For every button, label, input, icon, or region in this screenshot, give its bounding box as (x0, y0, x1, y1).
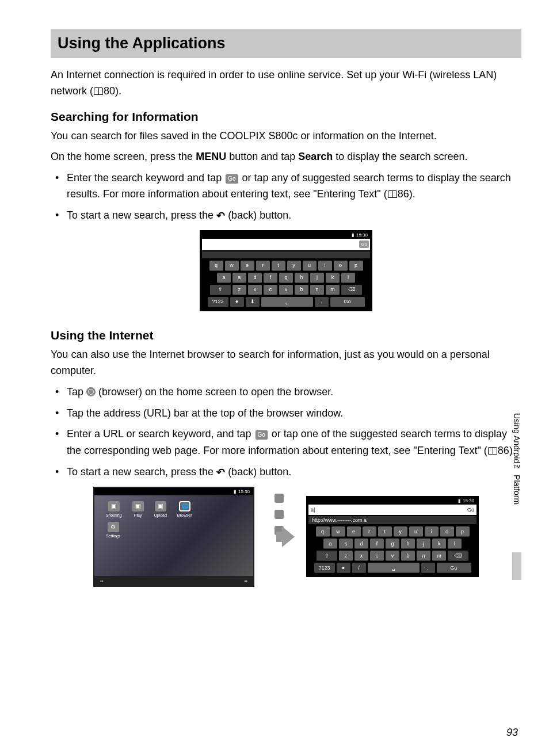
keyboard-key: p (349, 261, 363, 271)
side-tab-marker (512, 552, 521, 580)
keyboard-key: j (417, 539, 430, 549)
bullet-item: Tap (browser) on the home screen to open… (62, 384, 521, 400)
menu-label: MENU (196, 151, 226, 162)
keyboard-key: k (326, 273, 340, 283)
book-icon (488, 447, 497, 455)
battery-icon: ▮ (458, 498, 460, 503)
keyboard-key: k (432, 539, 446, 549)
keyboard-key: n (417, 551, 430, 561)
side-tab-label: Using Android™ Platform (512, 413, 521, 574)
keyboard-key: f (370, 539, 384, 549)
home-icon-upload: ▣Upload (154, 501, 167, 517)
keyboard-key: y (394, 526, 407, 537)
keyboard-key: e (347, 526, 361, 537)
battery-icon: ▮ (234, 489, 236, 494)
section1-p1: You can search for files saved in the CO… (51, 128, 521, 144)
book-icon (94, 87, 103, 95)
section2-p1: You can also use the Internet browser to… (51, 347, 521, 379)
bullet-item: Tap the address (URL) bar at the top of … (62, 405, 521, 422)
go-icon: Go (256, 430, 268, 440)
keyboard-key: ?123 (314, 563, 335, 573)
keyboard-key: Go (437, 563, 471, 573)
bullet-item: To start a new search, press the ↶ (back… (62, 464, 521, 481)
suggestion-strip (202, 251, 370, 258)
home-icon-play: ▣Play (132, 501, 144, 517)
keyboard: qwertyuiop asdfghjkl ⇧zxcvbnm⌫ ?123●/␣.G… (307, 525, 478, 576)
browser-icon: 🌐 (179, 501, 190, 511)
keyboard-key: ⬇ (246, 297, 260, 307)
page-number: 93 (506, 727, 518, 739)
keyboard-key: f (264, 273, 277, 283)
keyboard-key: j (310, 273, 324, 283)
play-icon: ▣ (132, 501, 144, 511)
home-icon-shooting: ▣Shooting (106, 501, 122, 517)
keyboard-key: w (331, 526, 345, 537)
keyboard-key: a (323, 539, 337, 549)
upload-icon: ▣ (155, 501, 166, 511)
keyboard-key: b (295, 285, 308, 295)
keyboard-key: t (272, 261, 285, 271)
figure-browser-flow: ▮15:30 ▣Shooting▣Play▣Upload🌐Browser ⚙Se… (51, 487, 521, 587)
keyboard-key: v (279, 285, 293, 295)
keyboard-key: . (421, 563, 435, 573)
go-button-mini: Go (467, 507, 474, 513)
keyboard-key: e (241, 261, 254, 271)
keyboard-key: i (318, 261, 332, 271)
back-icon: ↶ (216, 464, 225, 481)
page-title-bar: Using the Applications (51, 29, 521, 58)
keyboard-key: o (440, 526, 454, 537)
book-icon (388, 190, 397, 198)
keyboard-key: p (456, 526, 470, 537)
keyboard-key: z (232, 285, 246, 295)
keyboard-key: l (341, 273, 355, 283)
side-grid-icon (274, 510, 284, 519)
battery-icon: ▮ (352, 232, 354, 238)
keyboard-key: m (326, 285, 340, 295)
keyboard-key: q (209, 261, 223, 271)
keyboard-key: v (386, 551, 399, 561)
home-icon-browser: 🌐Browser (177, 501, 192, 517)
address-suggestion: http://www.--------.com a (308, 516, 476, 524)
keyboard-key: h (401, 539, 415, 549)
back-icon: ↶ (216, 208, 225, 224)
keyboard-key: / (352, 563, 366, 573)
status-time: 15:30 (238, 489, 250, 494)
keyboard-key: c (264, 285, 277, 295)
keyboard: qwertyuiop asdfghjkl ⇧zxcvbnm⌫ ?123●⬇␣.G… (201, 259, 371, 310)
keyboard-key: t (378, 526, 392, 537)
keyboard-key: s (232, 273, 246, 283)
go-icon: Go (226, 174, 238, 184)
keyboard-key: h (295, 273, 308, 283)
keyboard-key: ⇧ (210, 285, 231, 295)
side-camera-icon (274, 494, 284, 503)
keyboard-key: ● (337, 563, 350, 573)
keyboard-key: u (303, 261, 317, 271)
keyboard-key: g (279, 273, 293, 283)
keyboard-key: ⌫ (448, 551, 468, 561)
keyboard-key: l (448, 539, 462, 549)
keyboard-key: g (386, 539, 399, 549)
keyboard-key: u (409, 526, 423, 537)
keyboard-key: ␣ (261, 297, 313, 307)
dots-right: •• (244, 578, 247, 583)
keyboard-key: Go (330, 297, 365, 307)
section1-p2: On the home screen, press the MENU butto… (51, 149, 521, 165)
keyboard-key: q (316, 526, 330, 537)
keyboard-key: s (339, 539, 353, 549)
section2-bullets: Tap (browser) on the home screen to open… (51, 384, 521, 481)
section1-heading: Searching for Information (51, 110, 521, 124)
browser-icon (86, 387, 96, 396)
figure-home-screen: ▮15:30 ▣Shooting▣Play▣Upload🌐Browser ⚙Se… (93, 487, 254, 587)
shooting-icon: ▣ (108, 501, 120, 511)
figure-browser-keyboard: ▮15:30 a| Go http://www.--------.com a q… (306, 496, 479, 577)
page-title: Using the Applications (58, 35, 514, 52)
keyboard-key: ⇧ (317, 551, 337, 561)
bullet-item: To start a new search, press the ↶ (back… (62, 207, 521, 224)
bullet-item: Enter a URL or search keyword, and tap G… (62, 426, 521, 459)
keyboard-key: w (225, 261, 239, 271)
keyboard-key: c (370, 551, 384, 561)
section1-bullets: Enter the search keyword and tap Go or t… (51, 170, 521, 224)
keyboard-key: d (248, 273, 262, 283)
keyboard-key: ?123 (208, 297, 228, 307)
keyboard-key: n (310, 285, 324, 295)
